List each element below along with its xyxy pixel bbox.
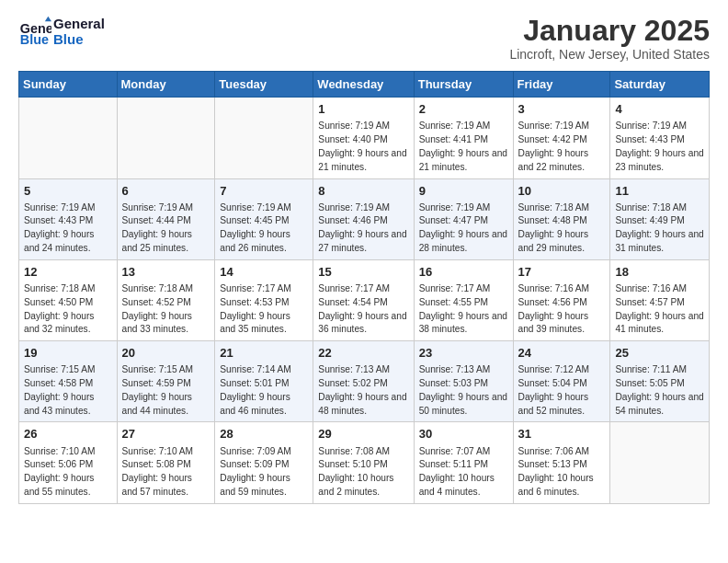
header-wednesday: Wednesday (313, 72, 414, 98)
calendar-title: January 2025 (509, 15, 710, 47)
calendar-day-cell: 11Sunrise: 7:18 AMSunset: 4:49 PMDayligh… (610, 178, 710, 259)
logo-icon: General Blue (18, 15, 51, 48)
calendar-day-cell: 23Sunrise: 7:13 AMSunset: 5:03 PMDayligh… (414, 341, 513, 422)
header: General Blue General Blue January 2025 L… (18, 15, 710, 62)
calendar-day-cell (117, 98, 215, 178)
day-number: 13 (122, 264, 210, 281)
day-number: 17 (518, 264, 606, 281)
logo-blue: Blue (53, 31, 105, 47)
calendar-week-row-4: 19Sunrise: 7:15 AMSunset: 4:58 PMDayligh… (19, 341, 710, 422)
day-number: 2 (419, 101, 508, 118)
day-number: 18 (615, 264, 704, 281)
day-info: Sunrise: 7:13 AMSunset: 5:02 PMDaylight:… (318, 363, 408, 418)
day-number: 9 (419, 183, 508, 200)
day-number: 3 (518, 101, 606, 118)
logo-general: General (53, 16, 105, 31)
day-number: 21 (220, 345, 308, 362)
day-number: 24 (518, 345, 606, 362)
day-number: 28 (220, 426, 308, 442)
svg-marker-2 (45, 17, 51, 21)
title-block: January 2025 Lincroft, New Jersey, Unite… (509, 15, 710, 62)
calendar-week-row-2: 5Sunrise: 7:19 AMSunset: 4:43 PMDaylight… (19, 178, 710, 259)
header-saturday: Saturday (610, 72, 710, 98)
calendar-day-cell: 14Sunrise: 7:17 AMSunset: 4:53 PMDayligh… (215, 259, 313, 340)
day-number: 30 (419, 426, 508, 442)
calendar-day-cell: 9Sunrise: 7:19 AMSunset: 4:47 PMDaylight… (414, 178, 513, 259)
calendar-week-row-1: 1Sunrise: 7:19 AMSunset: 4:40 PMDaylight… (19, 98, 710, 178)
calendar-day-cell: 8Sunrise: 7:19 AMSunset: 4:46 PMDaylight… (313, 178, 414, 259)
day-info: Sunrise: 7:19 AMSunset: 4:42 PMDaylight:… (518, 120, 606, 174)
calendar-day-cell (610, 422, 710, 503)
calendar-day-cell: 20Sunrise: 7:15 AMSunset: 4:59 PMDayligh… (117, 341, 215, 422)
day-info: Sunrise: 7:16 AMSunset: 4:57 PMDaylight:… (615, 282, 704, 337)
logo: General Blue General Blue (18, 15, 105, 48)
day-info: Sunrise: 7:06 AMSunset: 5:13 PMDaylight:… (518, 445, 606, 500)
calendar-day-cell: 2Sunrise: 7:19 AMSunset: 4:41 PMDaylight… (414, 98, 513, 178)
header-monday: Monday (117, 72, 215, 98)
calendar-day-cell: 1Sunrise: 7:19 AMSunset: 4:40 PMDaylight… (313, 98, 414, 178)
header-sunday: Sunday (19, 72, 118, 98)
calendar-day-cell: 3Sunrise: 7:19 AMSunset: 4:42 PMDaylight… (513, 98, 610, 178)
day-info: Sunrise: 7:18 AMSunset: 4:52 PMDaylight:… (122, 282, 210, 337)
day-number: 20 (122, 345, 210, 362)
calendar-week-row-5: 26Sunrise: 7:10 AMSunset: 5:06 PMDayligh… (19, 422, 710, 503)
calendar-day-cell (19, 98, 118, 178)
calendar-day-cell: 29Sunrise: 7:08 AMSunset: 5:10 PMDayligh… (313, 422, 414, 503)
day-info: Sunrise: 7:19 AMSunset: 4:45 PMDaylight:… (220, 201, 308, 256)
day-info: Sunrise: 7:19 AMSunset: 4:41 PMDaylight:… (419, 120, 508, 174)
header-thursday: Thursday (414, 72, 513, 98)
svg-text:Blue: Blue (20, 32, 49, 47)
day-info: Sunrise: 7:19 AMSunset: 4:47 PMDaylight:… (419, 201, 508, 256)
day-number: 14 (220, 264, 308, 281)
day-info: Sunrise: 7:07 AMSunset: 5:11 PMDaylight:… (419, 445, 508, 500)
calendar-day-cell: 31Sunrise: 7:06 AMSunset: 5:13 PMDayligh… (513, 422, 610, 503)
calendar-day-cell (215, 98, 313, 178)
day-info: Sunrise: 7:19 AMSunset: 4:43 PMDaylight:… (615, 120, 704, 174)
day-number: 25 (615, 345, 704, 362)
day-info: Sunrise: 7:09 AMSunset: 5:09 PMDaylight:… (220, 445, 308, 500)
calendar-day-cell: 7Sunrise: 7:19 AMSunset: 4:45 PMDaylight… (215, 178, 313, 259)
day-info: Sunrise: 7:18 AMSunset: 4:49 PMDaylight:… (615, 201, 704, 256)
calendar-day-cell: 18Sunrise: 7:16 AMSunset: 4:57 PMDayligh… (610, 259, 710, 340)
calendar-day-cell: 6Sunrise: 7:19 AMSunset: 4:44 PMDaylight… (117, 178, 215, 259)
calendar-day-cell: 24Sunrise: 7:12 AMSunset: 5:04 PMDayligh… (513, 341, 610, 422)
day-number: 1 (318, 101, 408, 118)
day-info: Sunrise: 7:08 AMSunset: 5:10 PMDaylight:… (318, 445, 408, 500)
day-info: Sunrise: 7:11 AMSunset: 5:05 PMDaylight:… (615, 363, 704, 418)
calendar-day-cell: 13Sunrise: 7:18 AMSunset: 4:52 PMDayligh… (117, 259, 215, 340)
day-number: 11 (615, 183, 704, 200)
calendar-day-cell: 28Sunrise: 7:09 AMSunset: 5:09 PMDayligh… (215, 422, 313, 503)
calendar-day-cell: 26Sunrise: 7:10 AMSunset: 5:06 PMDayligh… (19, 422, 118, 503)
day-info: Sunrise: 7:13 AMSunset: 5:03 PMDaylight:… (419, 363, 508, 418)
calendar-header-row: Sunday Monday Tuesday Wednesday Thursday… (19, 72, 710, 98)
day-info: Sunrise: 7:17 AMSunset: 4:53 PMDaylight:… (220, 282, 308, 337)
day-info: Sunrise: 7:15 AMSunset: 4:59 PMDaylight:… (122, 363, 210, 418)
day-number: 8 (318, 183, 408, 200)
calendar-day-cell: 5Sunrise: 7:19 AMSunset: 4:43 PMDaylight… (19, 178, 118, 259)
day-info: Sunrise: 7:14 AMSunset: 5:01 PMDaylight:… (220, 363, 308, 418)
day-number: 6 (122, 183, 210, 200)
day-info: Sunrise: 7:19 AMSunset: 4:43 PMDaylight:… (24, 201, 112, 256)
day-number: 7 (220, 183, 308, 200)
calendar-table: Sunday Monday Tuesday Wednesday Thursday… (18, 71, 710, 504)
calendar-day-cell: 4Sunrise: 7:19 AMSunset: 4:43 PMDaylight… (610, 98, 710, 178)
day-number: 26 (24, 426, 112, 442)
calendar-day-cell: 30Sunrise: 7:07 AMSunset: 5:11 PMDayligh… (414, 422, 513, 503)
calendar-day-cell: 10Sunrise: 7:18 AMSunset: 4:48 PMDayligh… (513, 178, 610, 259)
day-info: Sunrise: 7:19 AMSunset: 4:46 PMDaylight:… (318, 201, 408, 256)
day-info: Sunrise: 7:15 AMSunset: 4:58 PMDaylight:… (24, 363, 112, 418)
calendar-day-cell: 27Sunrise: 7:10 AMSunset: 5:08 PMDayligh… (117, 422, 215, 503)
day-info: Sunrise: 7:18 AMSunset: 4:48 PMDaylight:… (518, 201, 606, 256)
calendar-week-row-3: 12Sunrise: 7:18 AMSunset: 4:50 PMDayligh… (19, 259, 710, 340)
calendar-subtitle: Lincroft, New Jersey, United States (509, 47, 710, 62)
day-number: 22 (318, 345, 408, 362)
day-info: Sunrise: 7:19 AMSunset: 4:40 PMDaylight:… (318, 120, 408, 174)
day-number: 10 (518, 183, 606, 200)
day-info: Sunrise: 7:18 AMSunset: 4:50 PMDaylight:… (24, 282, 112, 337)
page: General Blue General Blue January 2025 L… (0, 0, 728, 563)
day-info: Sunrise: 7:16 AMSunset: 4:56 PMDaylight:… (518, 282, 606, 337)
calendar-day-cell: 19Sunrise: 7:15 AMSunset: 4:58 PMDayligh… (19, 341, 118, 422)
day-number: 5 (24, 183, 112, 200)
header-tuesday: Tuesday (215, 72, 313, 98)
calendar-day-cell: 17Sunrise: 7:16 AMSunset: 4:56 PMDayligh… (513, 259, 610, 340)
